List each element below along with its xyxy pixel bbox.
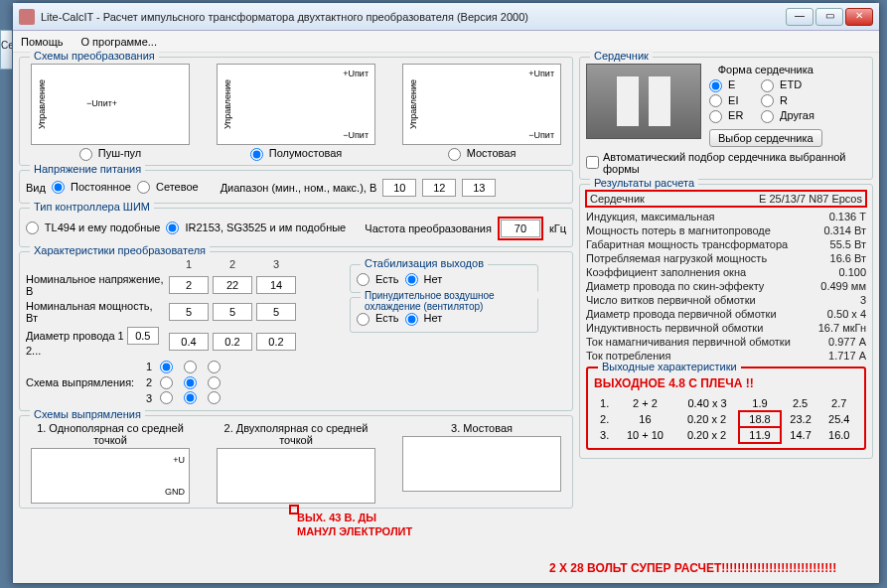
- group-core: Сердечник Форма сердечника E ETD EI R ER…: [579, 57, 873, 180]
- anno-43b: МАНУЛ ЭЛЕКТРОЛИТ: [297, 525, 412, 537]
- d2-input[interactable]: [169, 333, 209, 351]
- anno-out48: ВЫХОДНОЕ 4.8 С ПЛЕЧА !!: [594, 376, 858, 390]
- schemes-legend: Схемы преобразования: [30, 50, 159, 62]
- anno-43a: ВЫХ. 43 В. ДЫ: [297, 512, 376, 523]
- p3-input[interactable]: [256, 303, 296, 321]
- group-results: Результаты расчета СердечникE 25/13/7 N8…: [579, 184, 873, 459]
- stab-yes[interactable]: Есть: [357, 273, 399, 287]
- core-other[interactable]: Другая: [761, 109, 822, 123]
- core-etd[interactable]: ETD: [761, 78, 822, 92]
- anno-final: 2 Х 28 ВОЛЬТ СУПЕР РАСЧЕТ!!!!!!!!!!!!!!!…: [549, 561, 836, 575]
- window-title: Lite-CalcIT - Расчет импульсного трансфо…: [41, 11, 786, 23]
- group-conv: Характеристики преобразователя 123 Номин…: [19, 251, 573, 412]
- anno-marker-icon: [289, 505, 299, 514]
- pick-core-button[interactable]: Выбор сердечника: [709, 129, 822, 147]
- output-table: 1.2 + 20.40 x 31.92.52.7 2.160.20 x 218.…: [594, 396, 858, 444]
- radio-ir2153[interactable]: IR2153, SG3525 и им подобные: [166, 221, 346, 235]
- nom-voltage-label: Номинальное напряжение, В: [26, 273, 165, 297]
- v1-input[interactable]: [169, 276, 209, 294]
- minimize-button[interactable]: —: [786, 8, 813, 26]
- v3-input[interactable]: [256, 276, 296, 294]
- close-button[interactable]: ✕: [845, 8, 873, 26]
- radio-half-bridge[interactable]: Полумостовая: [247, 145, 346, 161]
- freq-label: Частота преобразования: [365, 222, 492, 234]
- v2-input[interactable]: [213, 276, 252, 294]
- scheme-half-bridge-image: Управление +Uпит −Uпит: [217, 64, 375, 145]
- scheme-bridge-image: Управление +Uпит −Uпит: [402, 64, 561, 145]
- menu-about[interactable]: О программе...: [81, 36, 157, 48]
- fan-no[interactable]: Нет: [405, 312, 443, 326]
- core-r[interactable]: R: [761, 94, 822, 108]
- stab-no[interactable]: Нет: [405, 273, 443, 287]
- radio-ac[interactable]: Сетевое: [137, 181, 199, 195]
- group-pwm: Тип контроллера ШИМ TL494 и ему подобные…: [19, 208, 573, 247]
- group-schemes: Схемы преобразования Управление −Uпит+ П…: [19, 57, 573, 166]
- power-type-label: Вид: [26, 182, 46, 194]
- rect-legend: Схемы выпрямления: [30, 408, 145, 420]
- main-window: Lite-CalcIT - Расчет импульсного трансфо…: [12, 2, 880, 584]
- core-image: [586, 64, 701, 139]
- maximize-button[interactable]: ▭: [815, 8, 843, 26]
- scheme-push-pull-image: Управление −Uпит+: [31, 64, 190, 145]
- group-rect: Схемы выпрямления 1. Однополярная со сре…: [19, 415, 573, 509]
- pwm-legend: Тип контроллера ШИМ: [30, 201, 154, 213]
- p2-input[interactable]: [213, 303, 252, 321]
- group-power: Напряжение питания Вид Постоянное Сетево…: [19, 170, 573, 204]
- app-icon: [19, 9, 35, 25]
- core-er[interactable]: ER: [709, 109, 751, 123]
- group-output: Выходные характеристики ВЫХОДНОЕ 4.8 С П…: [586, 367, 866, 450]
- rect-scheme-3-image: [402, 436, 561, 492]
- voltage-max-input[interactable]: [462, 179, 496, 197]
- voltage-min-input[interactable]: [382, 179, 416, 197]
- d1-input[interactable]: [127, 327, 159, 345]
- group-stab: Стабилизация выходов Есть Нет: [350, 264, 538, 294]
- radio-dc[interactable]: Постоянное: [52, 181, 131, 195]
- p1-input[interactable]: [169, 303, 209, 321]
- power-legend: Напряжение питания: [30, 163, 145, 175]
- freq-unit: кГц: [549, 222, 566, 234]
- rect-scheme-1-image: +UGND: [31, 448, 190, 504]
- range-label: Диапазон (мин., ном., макс.), В: [221, 182, 377, 194]
- d4-input[interactable]: [256, 333, 296, 351]
- rect-scheme-label: Схема выпрямления:: [26, 376, 134, 388]
- menu-help[interactable]: Помощь: [21, 36, 64, 48]
- nom-power-label: Номинальная мощность, Вт: [26, 300, 165, 324]
- core-e[interactable]: E: [709, 78, 751, 92]
- core-ei[interactable]: EI: [709, 94, 751, 108]
- radio-tl494[interactable]: TL494 и ему подобные: [26, 221, 160, 235]
- freq-input[interactable]: [501, 220, 540, 237]
- d3-input[interactable]: [213, 333, 252, 351]
- radio-push-pull[interactable]: Пуш-пул: [76, 145, 145, 161]
- conv-legend: Характеристики преобразователя: [30, 244, 210, 256]
- group-fan: Принудительное воздушное охлаждение (вен…: [350, 297, 538, 333]
- voltage-nom-input[interactable]: [422, 179, 456, 197]
- autofit-checkbox[interactable]: Автоматический подбор сердечника выбранн…: [586, 151, 866, 175]
- rect-scheme-2-image: [217, 448, 375, 504]
- titlebar[interactable]: Lite-CalcIT - Расчет импульсного трансфо…: [13, 3, 879, 31]
- radio-bridge[interactable]: Мостовая: [445, 145, 519, 161]
- fan-yes[interactable]: Есть: [357, 312, 399, 326]
